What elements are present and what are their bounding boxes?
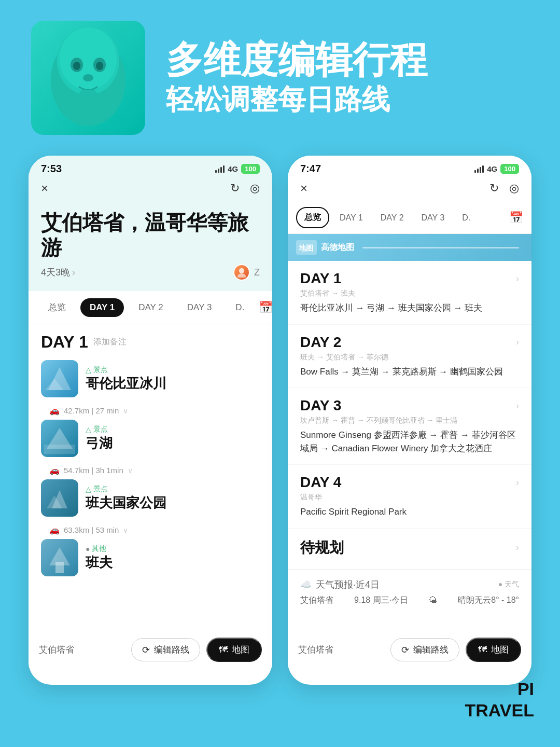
day2-list-route: Bow Falls → 莫兰湖 → 莱克路易斯 → 幽鹤国家公园 [300, 365, 519, 379]
right-region-label: 艾伯塔省 [298, 644, 384, 656]
right-battery-label: 100 [500, 164, 519, 174]
day1-list-item[interactable]: DAY 1 › 艾伯塔省 → 班夫 哥伦比亚冰川 → 弓湖 → 班夫国家公园 →… [288, 261, 531, 325]
weather-date: 9.18 周三·今日 [354, 595, 408, 606]
right-tab-day3[interactable]: DAY 3 [414, 209, 452, 227]
poi-banff-town: ● 其他 班夫 [41, 539, 260, 576]
left-time: 7:53 [41, 163, 62, 175]
day2-list-item[interactable]: DAY 2 › 班夫 → 艾伯塔省 → 菲尔德 Bow Falls → 莫兰湖 … [288, 325, 531, 389]
poi-banff: △ 景点 班夫国家公园 [41, 479, 260, 517]
day4-list-title: DAY 4 [300, 474, 341, 491]
weather-title: ☁️ 天气预报·近4日 ● 天气 [300, 578, 519, 591]
cloud-icon: ☁️ [300, 579, 312, 590]
day1-list-sub: 艾伯塔省 → 班夫 [300, 289, 519, 298]
poi-type-banff-town: ● 其他 [86, 544, 260, 554]
poi-info-bowlake: △ 景点 弓湖 [86, 425, 260, 452]
right-edit-route-button[interactable]: ⟳ 编辑路线 [390, 638, 459, 661]
svg-rect-14 [44, 445, 75, 454]
poi-name-banff: 班夫国家公园 [86, 494, 260, 512]
pending-title: 待规划 [300, 538, 344, 558]
tab-day3[interactable]: DAY 3 [178, 298, 221, 317]
branding: PI TRAVEL [465, 679, 534, 721]
tab-day1[interactable]: DAY 1 [80, 298, 124, 317]
poi-thumb-banff-town [41, 539, 78, 576]
distance-banff: 🚗 63.3km | 53 min ∨ [41, 521, 260, 539]
day1-heading: DAY 1 添加备注 [41, 333, 260, 352]
day4-list-sub: 温哥华 [300, 493, 519, 502]
close-button[interactable]: × [41, 181, 48, 196]
weather-condition: 晴朗无云8° - 18° [458, 595, 519, 606]
share-icon[interactable]: ↻ [230, 182, 240, 195]
svg-rect-18 [55, 562, 64, 573]
pending-list-item[interactable]: 待规划 › [288, 529, 531, 570]
day1-list-title: DAY 1 [300, 270, 341, 287]
weather-more: ● 天气 [498, 580, 519, 589]
right-tab-day2[interactable]: DAY 2 [373, 209, 411, 227]
poi-type-glacier: △ 景点 [86, 365, 260, 375]
poi-info-glacier: △ 景点 哥伦比亚冰川 [86, 365, 260, 393]
map-preview-strip[interactable]: 地图 高德地图 [288, 234, 531, 261]
add-note[interactable]: 添加备注 [93, 337, 127, 348]
poi-bowlake: △ 景点 弓湖 [41, 420, 260, 457]
svg-point-9 [239, 268, 244, 273]
signal-icon [215, 165, 225, 173]
battery-label: 100 [241, 164, 260, 174]
right-tab-more[interactable]: D. [455, 209, 478, 227]
right-action-bar: 艾伯塔省 ⟳ 编辑路线 🗺 地图 [288, 630, 531, 669]
right-network-label: 4G [487, 164, 497, 173]
day3-chevron: › [516, 400, 519, 411]
right-share-icon[interactable]: ↻ [489, 182, 499, 195]
left-status-bar: 7:53 4G 100 [29, 156, 272, 175]
poi-name-banff-town: 班夫 [86, 554, 260, 572]
tab-day2[interactable]: DAY 2 [129, 298, 173, 317]
left-phone: 7:53 4G 100 × ↻ ◎ 艾伯塔省，温哥华等旅游 [29, 156, 272, 685]
day4-list-item[interactable]: DAY 4 › 温哥华 Pacific Spirit Regional Park [288, 465, 531, 529]
tab-more[interactable]: D. [226, 298, 254, 317]
edit-route-icon: ⟳ [142, 644, 150, 656]
poi-info-banff: △ 景点 班夫国家公园 [86, 485, 260, 512]
region-label: 艾伯塔省 [39, 644, 125, 656]
right-status-bar: 7:47 4G 100 [288, 156, 531, 175]
network-label: 4G [228, 164, 238, 173]
map-button[interactable]: 🗺 地图 [206, 638, 262, 662]
user-avatar-1 [233, 264, 250, 281]
location-icon[interactable]: ◎ [250, 182, 260, 195]
edit-route-button[interactable]: ⟳ 编辑路线 [131, 638, 200, 661]
map-strip-label: 高德地图 [321, 242, 354, 253]
day1-list-route: 哥伦比亚冰川 → 弓湖 → 班夫国家公园 → 班夫 [300, 301, 519, 315]
day-list: DAY 1 › 艾伯塔省 → 班夫 哥伦比亚冰川 → 弓湖 → 班夫国家公园 →… [288, 261, 531, 570]
day4-chevron: › [516, 477, 519, 488]
trip-title: 艾伯塔省，温哥华等旅游 [41, 210, 260, 260]
user-label: Z [254, 267, 260, 278]
tab-overview[interactable]: 总览 [39, 297, 75, 317]
poi-thumb-glacier [41, 360, 78, 397]
right-map-button[interactable]: 🗺 地图 [466, 638, 521, 662]
left-status-right: 4G 100 [215, 164, 260, 174]
right-tab-day1[interactable]: DAY 1 [332, 209, 370, 227]
svg-point-5 [73, 62, 80, 70]
right-top-icons: ↻ ◎ [489, 182, 519, 195]
right-time: 7:47 [300, 163, 321, 175]
right-tab-overview[interactable]: 总览 [296, 207, 329, 228]
svg-text:地图: 地图 [298, 244, 313, 252]
right-close-button[interactable]: × [300, 181, 307, 196]
poi-type-bowlake: △ 景点 [86, 425, 260, 434]
weather-section: ☁️ 天气预报·近4日 ● 天气 艾伯塔省 9.18 周三·今日 🌤 晴朗无云8… [288, 570, 531, 614]
distance-bowlake: 🚗 54.7km | 3h 1min ∨ [41, 461, 260, 479]
right-status-right: 4G 100 [474, 164, 519, 174]
right-map-icon: 🗺 [478, 645, 487, 655]
day2-list-sub: 班夫 → 艾伯塔省 → 菲尔德 [300, 353, 519, 362]
right-signal-icon [474, 165, 484, 173]
svg-point-6 [96, 62, 103, 70]
day2-list-title: DAY 2 [300, 334, 341, 351]
left-day-tabs: 总览 DAY 1 DAY 2 DAY 3 D. 📅 [29, 291, 272, 324]
calendar-icon[interactable]: 📅 [259, 301, 272, 314]
svg-rect-8 [79, 90, 97, 105]
trip-avatars: Z [233, 264, 260, 281]
day3-list-title: DAY 3 [300, 397, 341, 414]
day3-list-item[interactable]: DAY 3 › 坎卢普斯 → 霍普 → 不列颠哥伦比亚省 → 里士满 Sunmo… [288, 388, 531, 465]
trip-meta: 4天3晚 › Z [41, 264, 260, 281]
right-calendar-icon[interactable]: 📅 [509, 211, 523, 225]
right-location-icon[interactable]: ◎ [509, 182, 519, 195]
trip-duration: 4天3晚 › [41, 266, 75, 279]
header-title: 多维度编辑行程 轻松调整每日路线 [166, 38, 529, 118]
